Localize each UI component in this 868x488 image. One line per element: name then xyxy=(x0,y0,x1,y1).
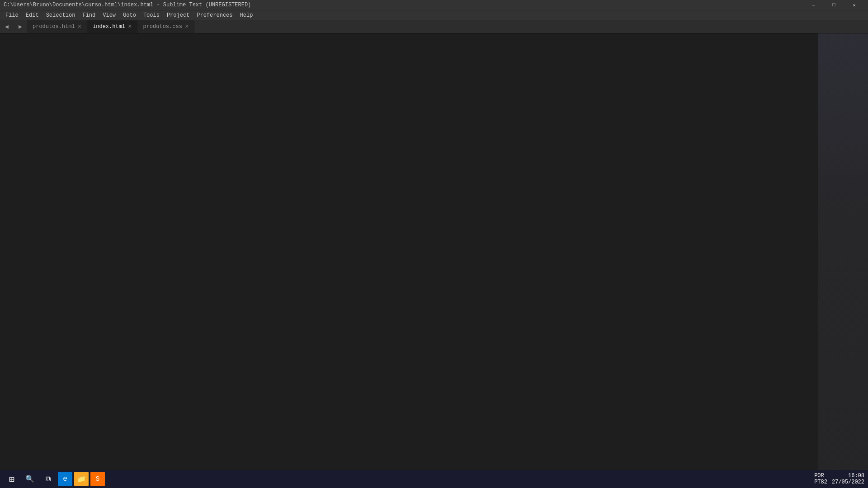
menu-selection[interactable]: Selection xyxy=(42,11,79,19)
close-button[interactable]: ✕ xyxy=(844,0,864,10)
search-icon: 🔍 xyxy=(25,474,34,483)
tab-nav-right[interactable]: ▶ xyxy=(14,20,27,33)
tab-close-css-icon[interactable]: × xyxy=(185,23,189,30)
tab-produtos-html[interactable]: produtos.html × xyxy=(27,20,87,33)
menu-edit[interactable]: Edit xyxy=(22,11,42,19)
menu-tools[interactable]: Tools xyxy=(140,11,163,19)
code-area[interactable] xyxy=(0,33,818,478)
tab-label: index.html xyxy=(93,23,125,30)
tab-nav-left[interactable]: ◀ xyxy=(0,20,14,33)
app-title: C:\Users\Bruno\Documents\curso.html\inde… xyxy=(4,2,251,8)
tab-index-html[interactable]: index.html × xyxy=(87,20,137,33)
minimap[interactable] xyxy=(818,33,868,478)
line-numbers xyxy=(0,33,16,478)
menu-find[interactable]: Find xyxy=(79,11,99,19)
taskbar-left: ⊞ 🔍 ⧉ e 📁 S xyxy=(4,471,105,487)
task-view-button[interactable]: ⧉ xyxy=(40,471,56,487)
title-bar-title: C:\Users\Bruno\Documents\curso.html\inde… xyxy=(4,2,251,8)
tab-label: produtos.css xyxy=(143,23,182,30)
menu-view[interactable]: View xyxy=(99,11,119,19)
tab-close-icon[interactable]: × xyxy=(78,23,81,30)
menu-goto[interactable]: Goto xyxy=(119,11,140,19)
tab-label: produtos.html xyxy=(33,23,75,30)
menu-bar: File Edit Selection Find View Goto Tools… xyxy=(0,10,868,20)
sublime-text-icon[interactable]: S xyxy=(90,472,105,486)
taskbar: ⊞ 🔍 ⧉ e 📁 S POR PT82 16:08 27/05/2022 xyxy=(0,470,868,488)
main-layout xyxy=(0,33,868,478)
tab-close-active-icon[interactable]: × xyxy=(128,23,132,30)
start-button[interactable]: ⊞ xyxy=(4,471,20,487)
menu-file[interactable]: File xyxy=(2,11,22,19)
search-button[interactable]: 🔍 xyxy=(22,471,38,487)
maximize-button[interactable]: □ xyxy=(824,0,844,10)
minimap-overlay xyxy=(818,33,868,478)
menu-project[interactable]: Project xyxy=(163,11,193,19)
system-tray-datetime: 16:08 27/05/2022 xyxy=(832,473,864,485)
system-tray-language: POR PT82 xyxy=(814,473,827,485)
taskbar-right: POR PT82 16:08 27/05/2022 xyxy=(814,473,864,485)
edge-browser-icon[interactable]: e xyxy=(58,472,72,486)
title-bar-controls: — □ ✕ xyxy=(803,0,864,10)
windows-logo-icon: ⊞ xyxy=(9,474,14,485)
explorer-icon[interactable]: 📁 xyxy=(74,472,89,486)
code-content[interactable] xyxy=(16,33,818,478)
minimize-button[interactable]: — xyxy=(803,0,824,10)
menu-help[interactable]: Help xyxy=(236,11,257,19)
title-bar: C:\Users\Bruno\Documents\curso.html\inde… xyxy=(0,0,868,10)
tab-produtos-css[interactable]: produtos.css × xyxy=(137,20,194,33)
tab-bar: ◀ ▶ produtos.html × index.html × produto… xyxy=(0,20,868,33)
task-view-icon: ⧉ xyxy=(46,475,51,483)
menu-preferences[interactable]: Preferences xyxy=(193,11,236,19)
